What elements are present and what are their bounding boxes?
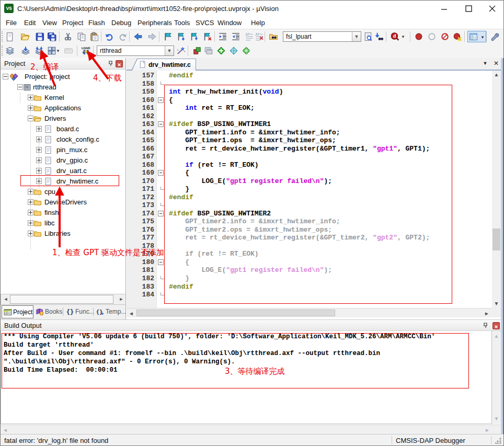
expander-plus-icon[interactable] — [28, 95, 33, 100]
bookmark-clear-all-button[interactable] — [203, 32, 212, 41]
build-output-vscrollbar[interactable]: ▲▼ — [492, 331, 501, 424]
build-output-pin-icon[interactable] — [482, 322, 489, 329]
find-in-files-button[interactable] — [269, 32, 278, 41]
build-output-hscrollbar[interactable]: ◄► — [1, 425, 501, 434]
editor-tab-list-chevron-icon[interactable]: ▼ — [482, 61, 489, 67]
stop-build-button[interactable] — [64, 46, 73, 55]
build-button[interactable] — [21, 46, 30, 55]
scroll-thumb[interactable] — [10, 295, 113, 304]
doc-find-button[interactable] — [363, 32, 373, 41]
unindent-button[interactable] — [218, 32, 227, 41]
new-file-button[interactable] — [5, 32, 14, 41]
paste-button[interactable] — [89, 32, 99, 41]
search-combobox-dropdown-icon[interactable]: ▼ — [352, 32, 361, 41]
open-folder-button[interactable] — [20, 32, 30, 41]
tree-item-finsh[interactable]: finsh — [1, 208, 125, 218]
editor-tab-close-icon[interactable]: ✕ — [492, 60, 500, 67]
menu-window[interactable]: Window — [217, 19, 242, 27]
menu-file[interactable]: File — [6, 19, 17, 27]
scroll-thumb[interactable] — [492, 228, 500, 250]
breakpoint-disable-all-button[interactable] — [440, 32, 450, 41]
tree-item-libc[interactable]: libc — [1, 218, 125, 228]
menu-edit[interactable]: Edit — [24, 19, 36, 27]
tree-item-clock-config-c[interactable]: clock_config.c — [1, 134, 125, 145]
minimize-button[interactable] — [436, 4, 452, 14]
breakpoint-disable-button[interactable] — [427, 32, 437, 41]
project-panel-close-icon[interactable] — [116, 60, 123, 67]
search-combobox[interactable]: fsl_lpuart▼ — [283, 31, 361, 42]
scroll-left-icon[interactable]: ◄ — [2, 295, 10, 304]
save-button[interactable] — [35, 32, 44, 41]
scroll-up-icon[interactable]: ▲ — [492, 72, 501, 77]
scroll-thumb[interactable] — [136, 310, 335, 316]
batch-build-dropdown-icon[interactable]: ▼ — [56, 49, 61, 53]
fold-collapse-icon[interactable] — [158, 170, 164, 176]
menu-svcs[interactable]: SVCS — [196, 19, 214, 27]
pack-installer-button[interactable] — [242, 46, 251, 55]
fold-collapse-icon[interactable] — [158, 97, 164, 103]
copy-button[interactable] — [77, 32, 86, 41]
expander-plus-icon[interactable] — [36, 147, 42, 153]
menu-flash[interactable]: Flash — [88, 19, 105, 27]
expander-plus-icon[interactable] — [36, 126, 42, 132]
menu-tools[interactable]: Tools — [174, 19, 190, 27]
fold-collapse-icon[interactable] — [158, 121, 164, 127]
configure-button[interactable] — [490, 32, 499, 41]
expander-minus-icon[interactable] — [28, 116, 33, 121]
fold-collapse-icon[interactable] — [158, 259, 164, 265]
rebuild-button[interactable] — [35, 46, 44, 55]
scroll-right-icon[interactable]: ► — [484, 311, 490, 316]
pin-icon[interactable] — [107, 60, 114, 67]
expander-minus-icon[interactable] — [3, 74, 8, 79]
panel-tab-temp[interactable]: {}Temp... — [95, 305, 124, 318]
expander-plus-icon[interactable] — [28, 220, 33, 226]
expander-plus-icon[interactable] — [28, 189, 33, 195]
resize-grip[interactable] — [495, 438, 501, 444]
panel-tab-func[interactable]: {}Func... — [64, 305, 93, 318]
expander-plus-icon[interactable] — [28, 199, 33, 205]
editor-hscrollbar[interactable]: ◄► — [127, 308, 492, 317]
breakpoint-kill-all-button[interactable] — [453, 32, 462, 41]
tree-item-cpu[interactable]: cpu — [1, 187, 125, 197]
tree-item-kernel[interactable]: Kernel — [1, 93, 125, 103]
window-layout-button[interactable]: ▼ — [467, 31, 486, 42]
menu-project[interactable]: Project — [62, 19, 83, 27]
scroll-down-icon[interactable]: ▼ — [492, 416, 501, 421]
expander-minus-icon[interactable] — [17, 84, 23, 90]
incremental-find-button[interactable] — [374, 32, 384, 41]
nav-back-button[interactable] — [133, 32, 143, 41]
target-combobox-dropdown-icon[interactable]: ▼ — [165, 46, 174, 55]
tree-item-drivers[interactable]: Drivers — [1, 113, 125, 124]
tree-item-applications[interactable]: Applications — [1, 103, 125, 113]
debug-lens-button[interactable]: d — [390, 32, 399, 41]
tree-item-pin-mux-c[interactable]: pin_mux.c — [1, 145, 125, 155]
menu-view[interactable]: View — [42, 19, 57, 27]
translate-button[interactable] — [5, 46, 15, 55]
multi-project-workspace-button[interactable] — [204, 46, 213, 55]
breakpoint-toggle-button[interactable] — [414, 32, 423, 41]
panel-tab-project[interactable]: Project — [2, 305, 33, 318]
tree-item-libraries[interactable]: Libraries — [1, 228, 125, 239]
expander-plus-icon[interactable] — [28, 105, 33, 111]
manage-rte-button[interactable] — [216, 46, 226, 55]
panel-tab-books[interactable]: ?Books — [34, 305, 62, 318]
target-combobox[interactable]: rtthread▼ — [97, 45, 174, 56]
nav-forward-button[interactable] — [147, 32, 157, 41]
expander-plus-icon[interactable] — [36, 168, 42, 174]
tree-item-devicedrivers[interactable]: DeviceDrivers — [1, 197, 125, 208]
debug-lens-dropdown-icon[interactable]: ▼ — [401, 35, 406, 39]
select-software-packs-button[interactable] — [229, 46, 238, 55]
scroll-up-icon[interactable]: ▲ — [492, 333, 501, 339]
tree-item-board-c[interactable]: board.c — [1, 124, 125, 134]
batch-build-button[interactable] — [47, 46, 56, 55]
comment-button[interactable] — [245, 32, 254, 41]
project-tree-hscrollbar[interactable]: ◄► — [1, 294, 126, 305]
manage-project-items-button[interactable] — [192, 46, 202, 55]
expander-plus-icon[interactable] — [28, 210, 33, 215]
tree-item-drv-gpio-c[interactable]: drv_gpio.c — [1, 155, 125, 166]
menu-debug[interactable]: Debug — [111, 19, 131, 27]
target-options-button[interactable] — [176, 46, 186, 55]
uncomment-button[interactable] — [255, 32, 264, 41]
fold-collapse-icon[interactable] — [158, 211, 164, 216]
editor-tab-drv-hwtimer[interactable]: drv_hwtimer.c — [132, 59, 196, 71]
